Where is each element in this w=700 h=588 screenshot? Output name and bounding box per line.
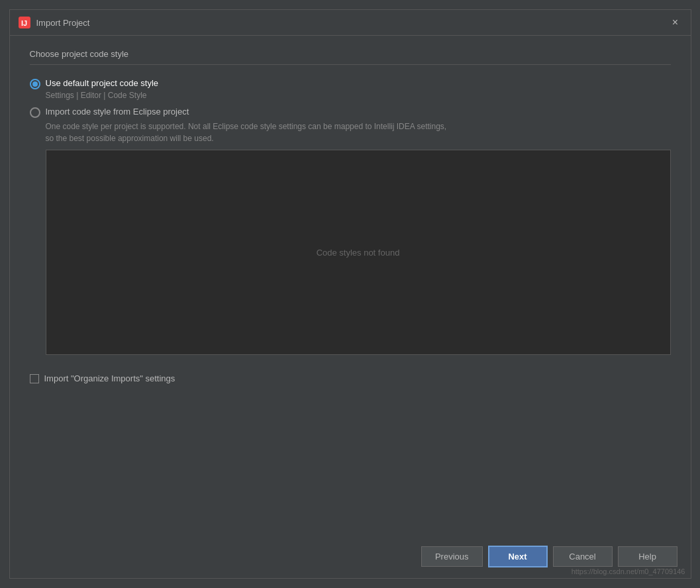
use-default-radio[interactable] [30, 79, 40, 89]
close-button[interactable]: × [668, 15, 683, 30]
svg-text:IJ: IJ [21, 19, 27, 27]
use-default-option: Use default project code style Settings … [30, 78, 671, 100]
cancel-button[interactable]: Cancel [553, 546, 613, 567]
app-icon: IJ [18, 16, 31, 29]
import-eclipse-radio[interactable] [30, 107, 40, 118]
dialog-content: Choose project code style Use default pr… [10, 36, 691, 535]
import-eclipse-option: Import code style from Eclipse project O… [30, 107, 671, 355]
radio-group: Use default project code style Settings … [30, 78, 671, 355]
dialog-title: Import Project [36, 18, 90, 28]
import-project-dialog: IJ Import Project × Choose project code … [9, 9, 691, 579]
import-eclipse-label[interactable]: Import code style from Eclipse project [46, 107, 189, 117]
code-styles-empty-state: Code styles not found [317, 248, 400, 258]
code-styles-box: Code styles not found [46, 150, 671, 355]
organize-imports-checkbox-option: Import "Organize Imports" settings [30, 373, 671, 383]
next-button[interactable]: Next [488, 546, 548, 567]
title-bar: IJ Import Project × [10, 10, 691, 36]
import-eclipse-radio-row: Import code style from Eclipse project [30, 107, 671, 118]
section-header: Choose project code style [30, 49, 671, 65]
use-default-label[interactable]: Use default project code style [46, 78, 159, 88]
import-eclipse-description: One code style per project is supported.… [46, 121, 671, 144]
help-button[interactable]: Help [618, 546, 677, 567]
previous-button[interactable]: Previous [421, 546, 483, 567]
title-bar-left: IJ Import Project [18, 16, 90, 29]
use-default-subtext: Settings | Editor | Code Style [46, 91, 671, 100]
watermark-url: https://blog.csdn.net/m0_47709146 [572, 567, 685, 575]
organize-imports-label[interactable]: Import "Organize Imports" settings [44, 373, 175, 383]
organize-imports-checkbox[interactable] [30, 374, 39, 383]
use-default-radio-row: Use default project code style [30, 78, 671, 89]
